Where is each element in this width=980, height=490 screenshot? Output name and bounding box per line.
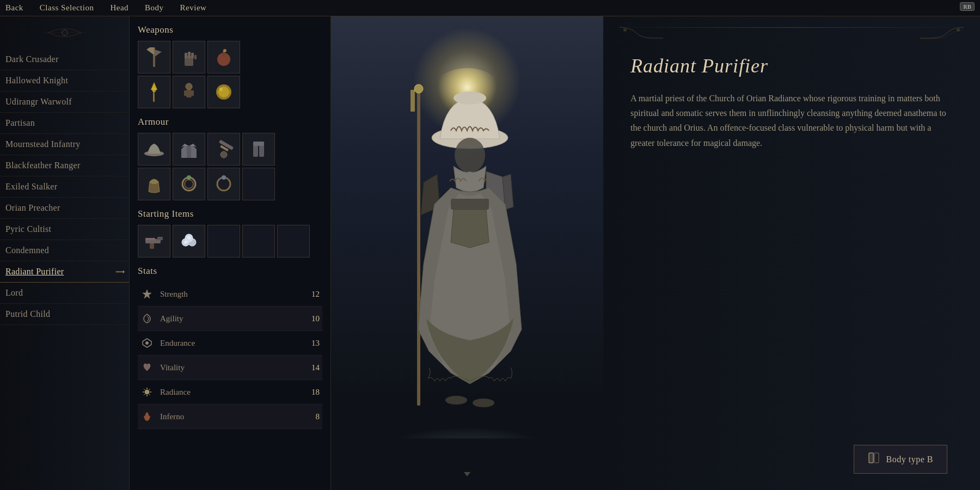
svg-point-45 [184, 241, 187, 244]
nav-back[interactable]: Back [5, 3, 23, 13]
sidebar-item-partisan[interactable]: Partisan [0, 113, 129, 134]
agility-label: Agility [160, 314, 297, 323]
scroll-indicator [462, 469, 473, 482]
rb-badge: RB [960, 2, 975, 11]
svg-rect-6 [185, 53, 187, 58]
sidebar: Dark Crusader Hallowed Knight Udirangr W… [0, 16, 130, 490]
nav-class-selection[interactable]: Class Selection [40, 3, 94, 13]
armour-slot-hat[interactable] [138, 133, 170, 166]
weapons-grid [138, 41, 322, 108]
weapon-slot-5[interactable] [173, 76, 205, 108]
stats-title: Stats [138, 266, 322, 277]
start-slot-orbs[interactable] [173, 225, 205, 258]
nav-body[interactable]: Body [145, 3, 164, 13]
main-content: Weapons [130, 16, 331, 490]
body-type-icon [868, 452, 880, 467]
start-slot-gun[interactable] [138, 225, 170, 258]
sidebar-item-hallowed-knight[interactable]: Hallowed Knight [0, 70, 129, 91]
weapon-slot-2[interactable] [173, 41, 205, 74]
svg-point-48 [145, 341, 149, 345]
svg-marker-3 [146, 47, 154, 55]
armour-grid [138, 133, 322, 200]
weapon-slot-6[interactable] [207, 76, 240, 108]
weapon-slot-3[interactable] [207, 41, 240, 74]
top-nav: Back Class Selection Head Body Review RB [0, 0, 980, 16]
svg-rect-65 [451, 199, 489, 210]
starting-items-grid [138, 225, 322, 258]
armour-slot-ring1[interactable] [173, 168, 205, 200]
body-type-button[interactable]: Body type B [854, 445, 947, 474]
radiance-label: Radiance [160, 388, 297, 397]
agility-value: 10 [303, 314, 320, 323]
nav-review[interactable]: Review [180, 3, 207, 13]
sidebar-item-lord[interactable]: Lord [0, 283, 129, 304]
armour-slot-arm[interactable] [207, 133, 240, 166]
armour-slot-body[interactable] [173, 133, 205, 166]
svg-rect-25 [187, 146, 191, 158]
starting-items-title: Starting Items [138, 209, 322, 219]
sidebar-item-exiled-stalker[interactable]: Exiled Stalker [0, 176, 129, 198]
svg-point-12 [223, 49, 226, 52]
svg-rect-40 [150, 243, 154, 249]
sidebar-item-orian-preacher[interactable]: Orian Preacher [0, 198, 129, 219]
inferno-label: Inferno [160, 412, 297, 421]
start-slot-empty2[interactable] [242, 225, 275, 258]
svg-point-32 [150, 180, 158, 184]
stat-row-inferno: Inferno 8 [138, 405, 322, 429]
svg-point-68 [385, 406, 549, 438]
sidebar-item-condemned[interactable]: Condemned [0, 240, 129, 261]
armour-slot-empty[interactable] [242, 168, 275, 200]
svg-marker-69 [464, 472, 470, 476]
inferno-icon [140, 410, 154, 423]
svg-line-55 [149, 394, 151, 396]
vitality-icon [140, 361, 154, 374]
strength-label: Strength [160, 290, 297, 299]
stat-row-endurance: Endurance 13 [138, 331, 322, 356]
stat-row-vitality: Vitality 14 [138, 356, 322, 380]
armour-slot-pouch[interactable] [138, 168, 170, 200]
svg-point-35 [187, 175, 191, 180]
body-type-label: Body type B [886, 455, 933, 464]
svg-point-61 [414, 84, 423, 93]
agility-icon [140, 312, 154, 325]
sidebar-item-pyric-cultist[interactable]: Pyric Cultist [0, 219, 129, 240]
svg-marker-4 [154, 50, 162, 57]
svg-rect-41 [145, 238, 155, 240]
stat-row-agility: Agility 10 [138, 307, 322, 331]
armour-slot-leg[interactable] [242, 133, 275, 166]
stats-section: Stats Strength 12 Agility 10 [138, 266, 322, 429]
nav-head[interactable]: Head [110, 3, 128, 13]
sidebar-item-dark-crusader[interactable]: Dark Crusader [0, 49, 129, 70]
svg-line-54 [144, 389, 145, 390]
sidebar-item-udirangr-warwolf[interactable]: Udirangr Warwolf [0, 91, 129, 113]
inferno-value: 8 [303, 412, 320, 421]
sidebar-item-putrid-child[interactable]: Putrid Child [0, 304, 129, 325]
endurance-icon [140, 336, 154, 350]
sidebar-decoration [0, 16, 129, 49]
svg-marker-47 [143, 290, 151, 298]
start-slot-empty1[interactable] [207, 225, 240, 258]
svg-point-63 [454, 91, 486, 105]
svg-point-15 [152, 88, 156, 92]
svg-line-56 [149, 389, 151, 390]
armour-slot-ring2[interactable] [207, 168, 240, 200]
start-slot-empty3[interactable] [277, 225, 310, 258]
corner-deco-right [920, 24, 964, 48]
svg-point-49 [145, 390, 149, 394]
strength-icon [140, 287, 154, 301]
weapon-slot-4[interactable] [138, 76, 170, 108]
svg-rect-73 [874, 453, 879, 463]
weapon-slot-1[interactable] [138, 41, 170, 74]
svg-rect-60 [411, 90, 415, 112]
svg-point-28 [220, 151, 227, 158]
svg-rect-8 [191, 53, 194, 58]
sidebar-item-blackfeather-ranger[interactable]: Blackfeather Ranger [0, 155, 129, 176]
svg-point-16 [186, 83, 192, 90]
svg-rect-59 [417, 90, 420, 406]
sidebar-item-mournstead-infantry[interactable]: Mournstead Infantry [0, 134, 129, 155]
class-name: Radiant Purifier [630, 54, 953, 77]
stat-row-radiance: Radiance 18 [138, 380, 322, 405]
character-figure [380, 38, 554, 446]
sidebar-item-radiant-purifier[interactable]: Radiant Purifier ⟿ [0, 261, 129, 283]
endurance-value: 13 [303, 339, 320, 348]
